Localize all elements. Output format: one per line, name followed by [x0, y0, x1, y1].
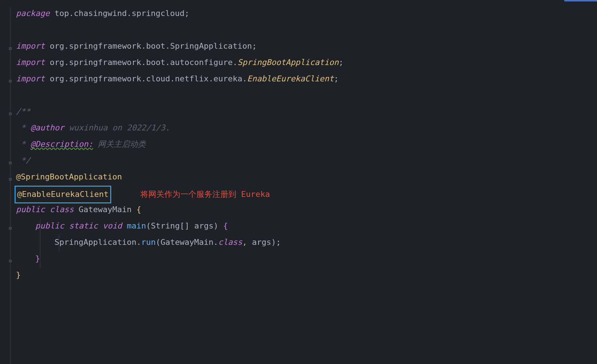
fold-icon[interactable]: ⊟ [9, 158, 14, 163]
semicolon: ; [334, 74, 338, 83]
open-brace: { [223, 221, 228, 230]
javadoc-author-text: wuxinhua on 2022/1/3. [64, 123, 170, 132]
indent-guide [59, 235, 59, 251]
code-line[interactable]: * @author wuxinhua on 2022/1/3. [16, 120, 597, 137]
import-class: SpringBootApplication [237, 58, 338, 67]
code-line[interactable]: ⊟/** [16, 104, 597, 120]
fold-icon[interactable]: ⊟ [9, 76, 14, 81]
keyword-public: public [35, 221, 64, 230]
keyword-import: import [16, 58, 45, 67]
package-path: top.chasingwind.springcloud [55, 9, 185, 18]
code-line[interactable]: * @Description: 网关主启动类 [16, 137, 597, 153]
close-paren: ) [213, 221, 218, 230]
code-line[interactable]: ⊟import org.springframework.cloud.netfli… [16, 71, 597, 88]
javadoc-star: * [16, 123, 31, 132]
annotation-eureka: @EnableEurekaClient [17, 190, 109, 199]
open-paren: ( [156, 238, 160, 247]
code-line[interactable]: ⊟ } [16, 251, 597, 267]
javadoc-description-text: 网关主启动类 [93, 139, 146, 149]
import-path: org.springframework.boot.autoconfigure. [50, 58, 238, 67]
javadoc-author-tag: @author [31, 123, 64, 132]
fold-icon[interactable]: ⊟ [9, 174, 14, 179]
dot: . [136, 238, 141, 247]
comma: , [243, 238, 252, 247]
top-accent-bar [564, 0, 597, 1]
code-line[interactable]: ⊟import org.springframework.boot.SpringA… [16, 39, 597, 55]
code-line[interactable]: ⊟ */ [16, 153, 597, 169]
red-comment-annotation: 将网关作为一个服务注册到 Eureka [140, 190, 270, 199]
code-line[interactable]: @EnableEurekaClient将网关作为一个服务注册到 Eureka [16, 186, 597, 202]
code-line[interactable]: public class GatewayMain { [16, 202, 597, 218]
keyword-import: import [16, 74, 45, 83]
javadoc-close: */ [16, 156, 31, 165]
fold-icon[interactable]: ⊟ [9, 223, 14, 228]
semicolon: ; [185, 9, 189, 18]
keyword-package: package [16, 9, 50, 18]
class-ref: GatewayMain [160, 238, 213, 247]
import-path: org.springframework.boot. [50, 41, 170, 50]
param-name: args [194, 221, 213, 230]
editor-gutter [0, 0, 16, 364]
keyword-static: static [69, 221, 98, 230]
keyword-void: void [103, 221, 122, 230]
keyword-import: import [16, 41, 45, 50]
code-line-empty[interactable] [16, 88, 597, 104]
highlighted-annotation: @EnableEurekaClient [15, 186, 111, 203]
fold-icon[interactable]: ⊟ [9, 109, 14, 114]
code-line[interactable]: import org.springframework.boot.autoconf… [16, 55, 597, 71]
code-editor-area[interactable]: package top.chasingwind.springcloud; ⊟im… [16, 6, 597, 284]
close-paren: ) [271, 238, 276, 247]
args-ref: args [252, 238, 271, 247]
gutter-line [10, 7, 11, 364]
code-line[interactable]: SpringApplication.run(GatewayMain.class,… [16, 235, 597, 251]
open-paren: ( [146, 221, 151, 230]
package-path [50, 9, 55, 18]
close-brace: } [16, 270, 21, 279]
class-name: GatewayMain [79, 205, 132, 214]
dot: . [213, 238, 218, 247]
javadoc-description-tag: @Description: [31, 139, 93, 149]
javadoc-star: * [16, 139, 31, 149]
open-brace: { [136, 205, 141, 214]
fold-icon[interactable]: ⊟ [9, 256, 14, 261]
javadoc-open: /** [16, 107, 31, 116]
fold-icon[interactable]: ⊟ [9, 44, 14, 49]
code-line[interactable]: package top.chasingwind.springcloud; [16, 6, 597, 22]
indent-guide [40, 218, 40, 267]
semicolon: ; [338, 58, 343, 67]
method-run: run [141, 238, 156, 247]
keyword-class-ref: class [218, 238, 242, 247]
param-type: String[] [151, 221, 189, 230]
import-class: SpringApplication [170, 41, 252, 50]
code-line[interactable]: } [16, 267, 597, 284]
import-path: org.springframework.cloud.netflix.eureka… [50, 74, 247, 83]
annotation-springboot: @SpringBootApplication [16, 172, 122, 181]
close-brace: } [35, 254, 40, 263]
semicolon: ; [252, 41, 257, 50]
keyword-public: public [16, 205, 45, 214]
method-main: main [127, 221, 146, 230]
semicolon: ; [276, 238, 281, 247]
keyword-class: class [50, 205, 74, 214]
code-line-empty[interactable] [16, 22, 597, 39]
code-line[interactable]: ⊟@SpringBootApplication [16, 169, 597, 186]
import-class: EnableEurekaClient [247, 74, 334, 83]
code-line[interactable]: ⊟ public static void main(String[] args)… [16, 218, 597, 235]
class-ref: SpringApplication [55, 238, 136, 247]
